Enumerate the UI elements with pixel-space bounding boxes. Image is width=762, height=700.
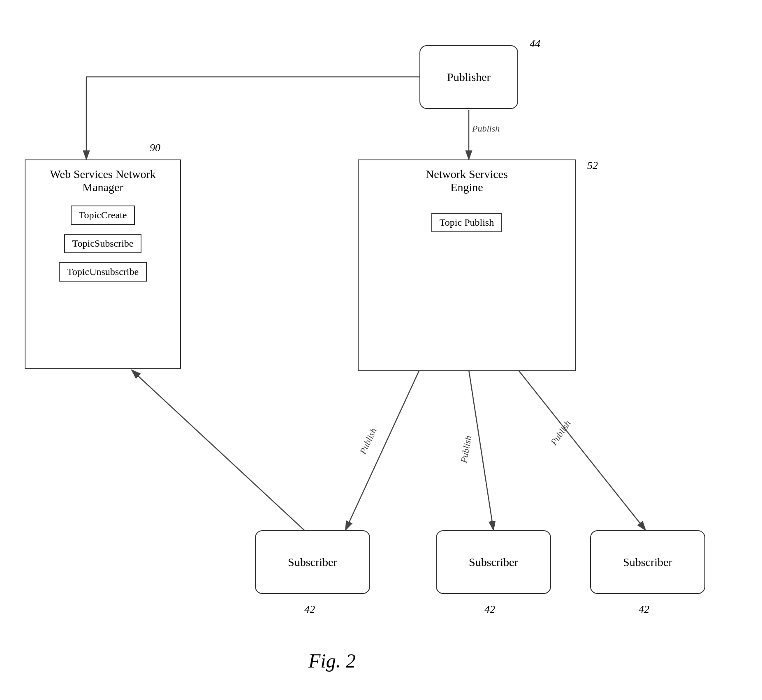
publisher-node: Publisher [419, 45, 518, 109]
arrow-sub1-to-wsnm [132, 370, 304, 530]
arrow-nse-to-sub2 [469, 370, 493, 530]
topic-unsubscribe-box: TopicUnsubscribe [59, 262, 147, 282]
nse-label: Network ServicesEngine [426, 168, 508, 194]
subscriber2-label: Subscriber [469, 556, 518, 569]
subscriber2-node: Subscriber [436, 530, 551, 594]
wsnm-node: Web Services NetworkManager TopicCreate … [25, 159, 181, 369]
subscriber3-ref: 42 [639, 603, 649, 616]
wsnm-ref: 90 [150, 142, 160, 154]
subscriber1-label: Subscriber [288, 556, 337, 569]
subscriber1-node: Subscriber [255, 530, 370, 594]
nse-node: Network ServicesEngine Topic Publish [358, 159, 576, 371]
topic-create-box: TopicCreate [71, 206, 135, 225]
publisher-label: Publisher [447, 71, 491, 84]
publish-label-publisher-nse: Publish [472, 123, 500, 134]
subscriber3-label: Subscriber [623, 556, 672, 569]
arrow-publisher-to-wsnm [86, 77, 448, 159]
fig-caption: Fig. 2 [308, 649, 356, 672]
topic-publish-box: Topic Publish [431, 213, 502, 232]
subscriber3-node: Subscriber [590, 530, 705, 594]
topic-subscribe-box: TopicSubscribe [64, 234, 142, 253]
publisher-ref: 44 [530, 38, 540, 50]
subscriber1-ref: 42 [304, 603, 315, 616]
subscriber2-ref: 42 [484, 603, 495, 616]
arrow-nse-to-sub3 [518, 370, 646, 530]
arrow-nse-to-sub1 [345, 370, 419, 530]
nse-ref: 52 [587, 159, 598, 172]
wsnm-label: Web Services NetworkManager [50, 168, 155, 194]
